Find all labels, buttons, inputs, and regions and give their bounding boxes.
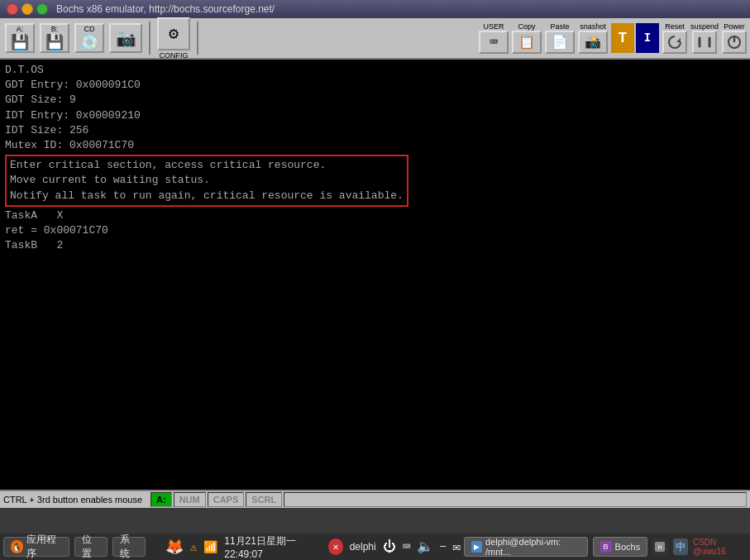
drive-indicator-label: A: [156,495,166,505]
power-icon[interactable]: ⏻ [383,539,396,555]
network-icon: 📶 [203,540,217,554]
snapshot-section: snashot 📸 [578,22,608,54]
drive-b-section: B: 💾 [40,23,69,53]
user-section: USER ⌨️ [479,22,509,54]
window-controls[interactable] [7,3,48,15]
toolbar-separator-1 [149,22,150,55]
config-button[interactable]: ⚙️ [157,17,190,50]
system-menu-label: 系统 [120,533,138,560]
scrl-indicator-label: SCRL [251,495,276,505]
cd-button[interactable]: CD 💿 [74,23,104,53]
screen-line-5: IDT Size: 256 [5,123,745,138]
after-line-7: TaskB 2 [5,238,745,253]
tray-icon-1[interactable]: H [652,538,667,555]
terminal-icon: ▶ [471,541,482,553]
power-button[interactable] [722,31,747,54]
close-button[interactable] [7,3,18,15]
caps-indicator-label: CAPS [213,495,239,505]
taskbar-right: ▶ delphi@delphi-vm: /mnt... B Bochs H 中 … [464,537,747,557]
reset-button[interactable] [662,31,687,54]
svg-text:H: H [658,543,662,551]
taskbar: 🐧 应用程序 位置 系统 🦊 ⚠ 📶 11月21日星期一 22:49:07 ✕ … [0,534,750,560]
user-button[interactable]: ⌨️ [479,31,509,54]
paste-section: Paste 📄 [545,22,575,54]
screen-line-4: IDT Entry: 0x00009210 [5,108,745,123]
firefox-icon: 🦊 [165,538,184,556]
taskbar-system-menu[interactable]: 系统 [112,537,146,557]
highlighted-block: Enter critical section, access critical … [5,155,408,207]
taskbar-app-menu[interactable]: 🐧 应用程序 [3,537,69,557]
minimize-button[interactable] [21,3,33,15]
suspend-section: suspend [690,22,719,54]
bochs-icon: B [600,541,612,553]
toolbar-right: USER ⌨️ Copy 📋 Paste 📄 snashot 📸 [479,22,747,54]
snapshot-button[interactable]: 📸 [578,31,608,54]
after-line-4: ret = 0x00071C70 [5,223,745,238]
config-label: CONFIG [160,51,189,60]
taskbar-clock: 11月21日星期一 22:49:07 [224,534,322,560]
screen-line-6: Mutex ID: 0x00071C70 [5,138,745,153]
highlight-line-2: Move current to waiting status. [10,173,404,188]
network-button[interactable]: 📷 [109,23,142,53]
drive-b-button[interactable]: B: 💾 [40,23,69,53]
apps-menu-label: 应用程序 [26,533,63,560]
places-menu-label: 位置 [82,533,100,560]
drive-indicator: A: [150,492,172,507]
tray-icon-2[interactable]: 中 [673,538,688,555]
title-bar: Bochs x86 emulator, http://bochs.sourcef… [0,0,750,18]
taskbar-center: 🦊 ⚠ 📶 11月21日星期一 22:49:07 ✕ delphi ⏻ ⌨ 🔈 … [165,534,461,560]
close-icon[interactable]: ✕ [328,538,342,555]
drive-a-button[interactable]: A: 💾 [5,23,35,53]
status-bar: CTRL + 3rd button enables mouse A: NUM C… [0,490,750,508]
mouse-status-text: CTRL + 3rd button enables mouse [3,495,142,505]
copy-section: Copy 📋 [512,22,542,54]
ti-icons: T I [611,23,659,53]
taskbar-places-menu[interactable]: 位置 [74,537,107,557]
taskbar-left: 🐧 应用程序 位置 系统 [3,537,146,557]
network-section: 📷 [109,23,142,53]
warning-icon: ⚠ [190,540,197,554]
caps-indicator: CAPS [208,492,245,507]
emulator-screen: D.T.OS GDT Entry: 0x000091C0 GDT Size: 9… [0,60,750,490]
config-section: ⚙️ CONFIG [157,17,190,60]
keyboard-icon[interactable]: ⌨ [403,538,411,555]
scrl-indicator: SCRL [246,492,282,507]
num-indicator: NUM [174,492,206,507]
volume-icon[interactable]: 🔈 [417,538,433,555]
window-title: Bochs x86 emulator, http://bochs.sourcef… [56,3,275,15]
cd-section: CD 💿 [74,23,104,53]
screen-line-3: GDT Size: 9 [5,93,745,108]
toolbar: A: 💾 B: 💾 CD 💿 📷 ⚙️ [0,18,750,60]
maximize-button[interactable] [36,3,48,15]
email-icon[interactable]: ✉ [453,538,461,555]
bochs-label: Bochs [615,542,641,552]
i-icon: I [636,23,659,53]
volume-dash: — [440,541,446,553]
app-menu-icon: 🐧 [11,540,23,553]
paste-button[interactable]: 📄 [545,31,575,54]
bochs-app[interactable]: B Bochs [593,537,648,557]
user-label: delphi [350,541,376,553]
drive-a-section: A: 💾 [5,23,35,53]
power-section: Power [722,22,747,54]
suspend-button[interactable] [692,31,717,54]
toolbar-separator-2 [197,22,198,55]
num-indicator-label: NUM [179,495,200,505]
terminal-app[interactable]: ▶ delphi@delphi-vm: /mnt... [464,537,587,557]
screen-line-1: D.T.OS [5,63,745,78]
status-spacer [284,492,747,507]
reset-section: Reset [662,22,687,54]
csdn-badge: CSDN @uwu16 [693,538,747,556]
terminal-label: delphi@delphi-vm: /mnt... [485,537,580,557]
copy-button[interactable]: 📋 [512,31,542,54]
after-line-3: TaskA X [5,208,745,223]
screen-line-2: GDT Entry: 0x000091C0 [5,78,745,93]
highlight-line-1: Enter critical section, access critical … [10,158,404,173]
highlight-line-3: Notify all task to run again, critical r… [10,189,404,203]
svg-marker-0 [676,38,681,42]
t-icon: T [611,23,634,53]
